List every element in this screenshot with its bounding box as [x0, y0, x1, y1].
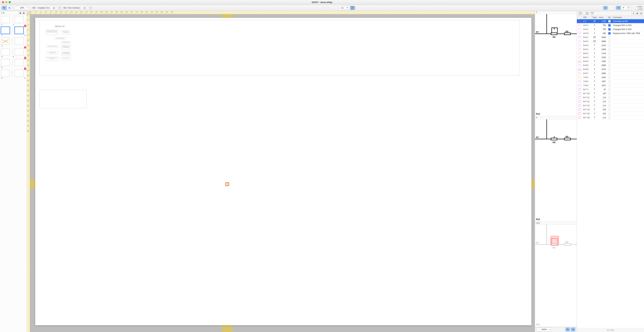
diff-row[interactable]: 8+7 12T114	[577, 99, 644, 104]
diff-comment[interactable]	[612, 108, 644, 112]
zoom-out-button[interactable]: -	[14, 6, 18, 10]
close-window-button[interactable]	[2, 1, 4, 3]
diff-ok-checkbox[interactable]	[607, 35, 612, 39]
diff-comment[interactable]	[612, 116, 644, 120]
image-diff-icon[interactable]	[340, 6, 345, 10]
detail-b-view[interactable]: R7 R8 R9 R12	[535, 119, 577, 222]
fullscreen-window-button[interactable]	[9, 1, 11, 3]
canvas-viewport[interactable]: Steuer-IC Anlaufschaltung und Spannungsr…	[30, 14, 535, 332]
diff-row[interactable]: 4+3 2T785Changed 60V to 50V	[577, 27, 644, 31]
large-grid-view-icon[interactable]: ▧	[639, 12, 643, 15]
diff-comment[interactable]	[612, 63, 644, 67]
diff-row[interactable]: 8+7 15T105	[577, 112, 644, 116]
text-contrast-spinner[interactable]: ▴▾	[90, 6, 92, 9]
zoom-in-button[interactable]: +	[26, 6, 30, 10]
diff-row[interactable]: 8+7 16T114	[577, 116, 644, 120]
diff-ok-checkbox[interactable]	[607, 71, 612, 75]
diff-comment[interactable]	[612, 67, 644, 71]
diff-ok-checkbox[interactable]	[607, 91, 612, 95]
detail-zoom-value[interactable]: 100%	[540, 328, 548, 331]
diff-row[interactable]: 5+4 24586	[577, 39, 644, 43]
diff-row[interactable]: 6+5 5T2688	[577, 63, 644, 67]
diff-comment[interactable]	[612, 71, 644, 75]
diff-row[interactable]: 4+3 1T785Changed 60V to 50V	[577, 23, 644, 27]
diff-comment[interactable]	[612, 79, 644, 83]
diff-ok-checkbox[interactable]	[607, 55, 612, 59]
diff-ok-checkbox[interactable]	[607, 19, 612, 23]
diff-ok-checkbox[interactable]	[607, 23, 612, 27]
filter-group[interactable]	[616, 6, 631, 10]
thumbnail-a[interactable]	[1, 37, 10, 44]
prev-page-button[interactable]: ◀	[18, 11, 22, 14]
diff-row[interactable]: 8+7 11T114	[577, 95, 644, 99]
col-ok[interactable]: Ok	[607, 16, 612, 19]
diff-comment[interactable]	[612, 55, 644, 59]
ab-toggle[interactable]: A/B	[32, 7, 36, 9]
diff-comment[interactable]	[612, 95, 644, 99]
detail-a-view[interactable]: R7 R8 R9 R12	[535, 14, 577, 116]
list-view-mode[interactable]: ☰ ▦ ▧	[632, 12, 643, 15]
diff-row[interactable]: Font6+5 4T1394	[577, 59, 644, 63]
detail-delta-view[interactable]: R7 R8 R9 R12	[535, 225, 577, 327]
reject-button[interactable]	[609, 6, 614, 10]
diff-ok-checkbox[interactable]	[607, 31, 612, 35]
approve-button[interactable]	[603, 6, 608, 10]
thumbnail-b[interactable]	[15, 16, 24, 23]
diff-ok-checkbox[interactable]	[607, 87, 612, 91]
grid-view-icon[interactable]: ▦	[636, 12, 639, 15]
col-diff[interactable]: Diff	[582, 16, 591, 19]
diff-comment[interactable]	[612, 87, 644, 91]
thumbnail-b[interactable]	[15, 59, 24, 66]
thumbnail-a[interactable]	[1, 27, 10, 34]
graphics-tol-input[interactable]: 10	[50, 6, 57, 10]
diff-comment[interactable]	[612, 75, 644, 79]
region-tool[interactable]	[7, 6, 12, 10]
thumbnail-b[interactable]	[15, 37, 24, 44]
diff-highlight-marker[interactable]	[226, 182, 229, 186]
thumbnail-row[interactable]: 657	[0, 68, 27, 79]
diff-comment[interactable]	[612, 91, 644, 95]
col-type[interactable]: Type	[591, 16, 598, 19]
diff-type-filter[interactable]: T T	[340, 6, 355, 10]
pointer-tool[interactable]	[2, 6, 7, 10]
diff-comment[interactable]	[612, 35, 644, 39]
diff-row[interactable]: 7+6 2T1367	[577, 79, 644, 83]
thumbnail-b[interactable]	[15, 48, 24, 55]
text-diff-icon[interactable]: T	[345, 6, 350, 10]
filter-1-icon[interactable]	[616, 6, 621, 10]
diff-comment[interactable]	[612, 112, 644, 116]
text-contrast-input[interactable]: 10	[81, 6, 88, 10]
col-area[interactable]: Area	[598, 16, 607, 19]
diff-ok-checkbox[interactable]	[607, 59, 612, 63]
diff-comment[interactable]	[612, 83, 644, 87]
thumbnail-row[interactable]: 4433	[0, 47, 27, 58]
thumbnail-row[interactable]: 3	[0, 36, 27, 47]
detail-fit-button[interactable]	[571, 328, 576, 332]
diff-ok-checkbox[interactable]	[607, 108, 612, 112]
diff-ok-checkbox[interactable]	[607, 47, 612, 51]
diff-comment[interactable]	[612, 51, 644, 55]
diff-row[interactable]: 8+7 10T105	[577, 91, 644, 95]
filter-2-icon[interactable]	[621, 6, 626, 10]
diff-row[interactable]: 7+6 1T1083	[577, 75, 644, 79]
diff-comment[interactable]: Replaced item 7805 with 7806	[612, 31, 644, 35]
diff-row[interactable]: 6+5 7T2688	[577, 71, 644, 75]
graphics-tol-spinner[interactable]: ▴▾	[59, 6, 61, 9]
list-view-icon[interactable]: ☰	[632, 12, 635, 15]
detail-zoom-stepper[interactable]: - 100% +	[536, 328, 552, 332]
diff-ok-checkbox[interactable]	[607, 67, 612, 71]
diff-row[interactable]: 7+6 3T1622	[577, 83, 644, 87]
scope-toggle[interactable]: Total(357) Page(1)	[578, 12, 594, 15]
diff-row[interactable]: 5+4 3T1415	[577, 43, 644, 47]
diff-comment[interactable]	[612, 59, 644, 63]
diff-ok-checkbox[interactable]	[607, 83, 612, 87]
diff-comment[interactable]	[612, 39, 644, 43]
diff-row[interactable]: 6+5 3T3335	[577, 55, 644, 59]
detail-zoom-out[interactable]: -	[536, 328, 540, 331]
diff-row[interactable]: 6+5 1T2469	[577, 47, 644, 51]
filter-3-icon[interactable]	[626, 6, 631, 10]
thumbnail-row[interactable]: 543	[0, 58, 27, 68]
detail-locate-button[interactable]	[565, 328, 570, 332]
diff-ok-checkbox[interactable]	[607, 75, 612, 79]
diff-comment[interactable]: Changed 60V to 50V	[612, 27, 644, 31]
